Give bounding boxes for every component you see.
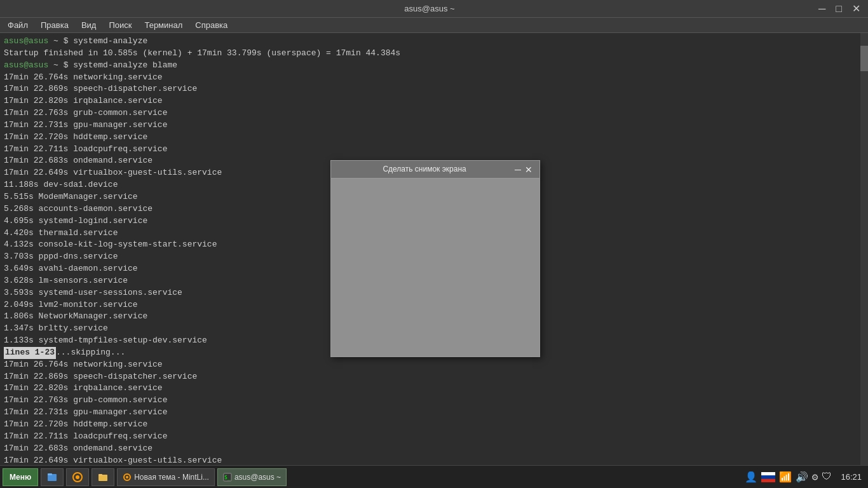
terminal-line: 17min 26.764s networking.service — [4, 72, 864, 84]
menu-item-вид[interactable]: Вид — [76, 19, 102, 31]
terminal-line: 17min 22.731s gpu-manager.service — [4, 407, 864, 419]
close-button[interactable]: ✕ — [850, 4, 863, 14]
systray: 👤 📶 🔊 ⚙ 🛡 — [745, 471, 832, 484]
terminal-line: 17min 22.649s virtualbox-guest-utils.ser… — [4, 455, 864, 465]
terminal-line: Startup finished in 10.585s (kernel) + 1… — [4, 48, 864, 60]
dialog-minimize-button[interactable]: ─ — [513, 165, 523, 175]
menu-item-справка[interactable]: Справка — [190, 19, 233, 31]
terminal-line: 17min 22.820s irqbalance.service — [4, 383, 864, 395]
menu-button[interactable]: Меню — [3, 468, 38, 486]
svg-rect-1 — [48, 473, 52, 475]
security-tray-icon: 🛡 — [822, 471, 832, 483]
user-tray-icon: 👤 — [745, 471, 757, 484]
terminal-line: 17min 22.763s grub-common.service — [4, 395, 864, 407]
menu-item-поиск[interactable]: Поиск — [104, 19, 137, 31]
dialog-body — [331, 179, 539, 356]
terminal-line: 17min 22.711s loadcpufreq.service — [4, 431, 864, 443]
taskbar-app-browser[interactable]: Новая тема - MintLi... — [117, 468, 215, 486]
terminal-line: 17min 22.820s irqbalance.service — [4, 95, 864, 107]
svg-rect-12 — [761, 478, 775, 482]
svg-text:$_: $_ — [224, 475, 231, 480]
screenshot-dialog: Сделать снимок экрана ─ ✕ — [330, 160, 540, 357]
taskbar-app-terminal[interactable]: $_ asus@asus ~ — [217, 468, 287, 486]
lines-indicator: lines 1-23 — [4, 347, 56, 359]
dialog-title: Сделать снимок экрана — [336, 164, 513, 175]
svg-point-7 — [126, 476, 128, 478]
svg-rect-11 — [761, 475, 775, 478]
language-flag-icon — [761, 472, 775, 482]
scrollbar-thumb[interactable] — [860, 46, 868, 71]
prompt-user: asus@asus — [4, 60, 48, 70]
menu-item-правка[interactable]: Правка — [36, 19, 74, 31]
terminal-line: 17min 22.869s speech-dispatcher.service — [4, 83, 864, 95]
settings-tray-icon: ⚙ — [812, 471, 818, 484]
terminal-line: 17min 22.869s speech-dispatcher.service — [4, 371, 864, 383]
terminal[interactable]: asus@asus ~ $ systemd-analyzeStartup fin… — [0, 33, 868, 465]
terminal-line: 17min 22.720s hddtemp.service — [4, 419, 864, 431]
taskbar-files-icon[interactable] — [41, 468, 64, 486]
svg-point-3 — [76, 475, 79, 479]
terminal-line: 17min 22.683s ondemand.service — [4, 443, 864, 455]
scrollbar-track[interactable] — [860, 33, 868, 465]
terminal-line: asus@asus ~ $ systemd-analyze — [4, 36, 864, 48]
taskbar-app-label-1: asus@asus ~ — [234, 473, 281, 482]
terminal-line: 17min 26.764s networking.service — [4, 359, 864, 371]
prompt-user: asus@asus — [4, 36, 48, 46]
dialog-titlebar: Сделать снимок экрана ─ ✕ — [331, 161, 539, 179]
taskbar-folder-icon[interactable] — [92, 468, 114, 486]
terminal-line: asus@asus ~ $ systemd-analyze blame — [4, 60, 864, 72]
svg-rect-5 — [98, 474, 102, 476]
minimize-button[interactable]: ─ — [816, 4, 828, 14]
menubar: ФайлПравкаВидПоискТерминалСправка — [0, 18, 868, 33]
terminal-line: 17min 22.763s grub-common.service — [4, 107, 864, 119]
wifi-tray-icon: 📶 — [779, 471, 792, 484]
titlebar-title: asus@asus ~ — [43, 4, 816, 13]
terminal-line: 17min 22.731s gpu-manager.service — [4, 119, 864, 132]
titlebar: asus@asus ~ ─ □ ✕ — [0, 0, 868, 18]
terminal-line: 17min 22.711s loadcpufreq.service — [4, 144, 864, 156]
svg-rect-10 — [761, 472, 775, 475]
menu-item-терминал[interactable]: Терминал — [139, 19, 187, 31]
maximize-button[interactable]: □ — [833, 4, 844, 14]
dialog-close-button[interactable]: ✕ — [523, 165, 534, 175]
taskbar-app-label-0: Новая тема - MintLi... — [134, 473, 209, 482]
taskbar-browser-icon[interactable] — [66, 468, 89, 486]
titlebar-controls: ─ □ ✕ — [816, 4, 863, 14]
menu-item-файл[interactable]: Файл — [3, 19, 33, 31]
volume-tray-icon: 🔊 — [796, 471, 808, 484]
system-clock: 16:21 — [837, 472, 865, 482]
terminal-line: 17min 22.720s hddtemp.service — [4, 132, 864, 144]
taskbar: Меню Новая тема - MintLi... $_ asus@asus… — [0, 465, 868, 488]
